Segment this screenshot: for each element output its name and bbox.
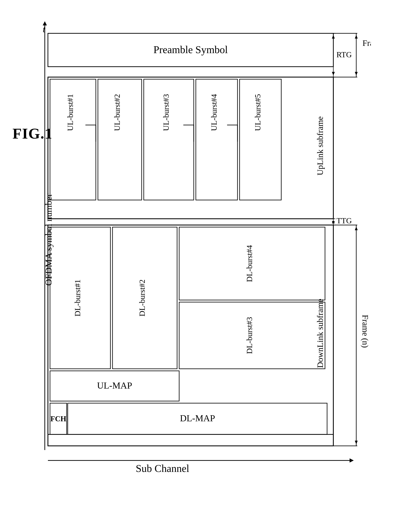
svg-marker-18 — [355, 35, 358, 38]
svg-marker-12 — [332, 35, 335, 38]
svg-text:FCH: FCH — [50, 415, 66, 423]
svg-text:Sub Channel: Sub Channel — [136, 463, 189, 474]
svg-rect-56 — [50, 403, 67, 434]
svg-rect-26 — [98, 79, 142, 200]
svg-text:DL-burst#1: DL-burst#1 — [73, 279, 82, 316]
svg-text:DL-burst#4: DL-burst#4 — [245, 245, 254, 282]
svg-text:DL-MAP: DL-MAP — [180, 413, 215, 423]
svg-text:UL-burst#1: UL-burst#1 — [66, 94, 75, 131]
svg-marker-67 — [355, 441, 358, 444]
svg-text:t: t — [43, 24, 46, 34]
svg-rect-32 — [196, 79, 238, 200]
svg-rect-46 — [50, 227, 110, 369]
svg-rect-21 — [48, 77, 333, 219]
svg-text:UpLink subframe: UpLink subframe — [315, 116, 325, 175]
diagram: t Sub Channel OFDMA symbol number Preamb… — [42, 21, 371, 479]
svg-rect-22 — [50, 79, 96, 200]
svg-text:OFDMA symbol number: OFDMA symbol number — [44, 193, 54, 286]
svg-marker-1 — [43, 21, 47, 25]
svg-rect-28 — [144, 79, 194, 200]
svg-text:TTG: TTG — [337, 216, 352, 225]
svg-text:Preamble Symbol: Preamble Symbol — [154, 44, 228, 55]
svg-marker-43 — [332, 221, 335, 224]
svg-text:Frame (n): Frame (n) — [361, 315, 370, 348]
svg-marker-13 — [332, 72, 335, 75]
svg-text:DL-burst#2: DL-burst#2 — [138, 279, 146, 316]
svg-rect-54 — [50, 371, 179, 401]
svg-text:Frame (n+1): Frame (n+1) — [362, 38, 371, 48]
svg-marker-42 — [332, 220, 335, 223]
page: FIG.1 t Sub Channel OFDMA symbol number … — [0, 0, 420, 509]
svg-text:DownLink subframe: DownLink subframe — [315, 299, 325, 368]
svg-text:UL-burst#4: UL-burst#4 — [210, 94, 218, 131]
svg-rect-45 — [48, 225, 333, 446]
svg-text:UL-burst#3: UL-burst#3 — [162, 94, 170, 131]
svg-text:UL-burst#2: UL-burst#2 — [113, 94, 121, 131]
svg-text:RTG: RTG — [337, 50, 352, 59]
svg-rect-50 — [179, 227, 325, 300]
svg-marker-19 — [355, 72, 358, 75]
svg-rect-48 — [112, 227, 177, 369]
svg-marker-66 — [355, 227, 358, 230]
svg-rect-58 — [68, 403, 327, 434]
svg-rect-36 — [240, 79, 281, 200]
svg-rect-52 — [179, 302, 325, 369]
svg-text:DL-burst#3: DL-burst#3 — [245, 317, 254, 354]
svg-text:UL-burst#5: UL-burst#5 — [253, 94, 262, 131]
svg-rect-7 — [48, 33, 333, 67]
svg-marker-4 — [350, 458, 354, 463]
svg-text:UL-MAP: UL-MAP — [97, 381, 132, 391]
